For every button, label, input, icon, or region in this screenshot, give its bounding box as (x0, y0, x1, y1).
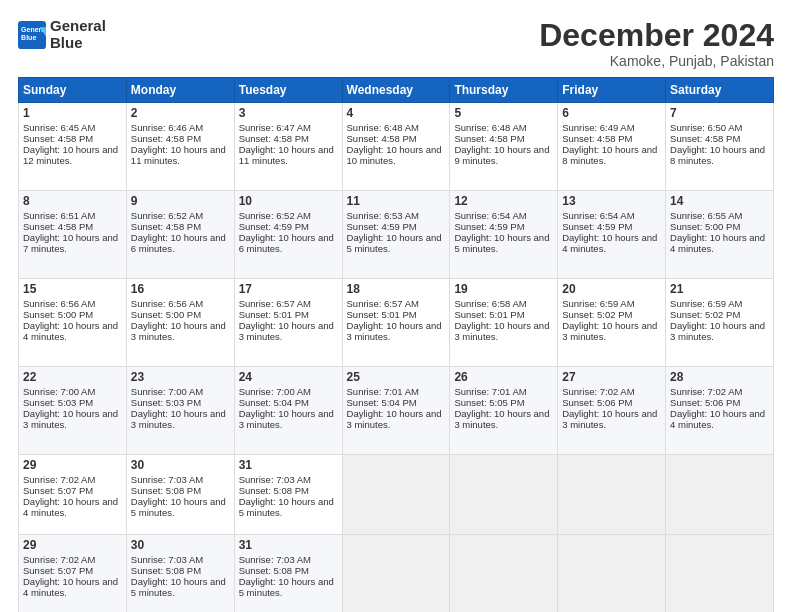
table-row: 12Sunrise: 6:54 AMSunset: 4:59 PMDayligh… (450, 191, 558, 279)
table-row: 21Sunrise: 6:59 AMSunset: 5:02 PMDayligh… (666, 279, 774, 367)
page: General Blue General Blue December 2024 … (0, 0, 792, 612)
calendar-row-4: 29Sunrise: 7:02 AMSunset: 5:07 PMDayligh… (19, 455, 774, 535)
table-row: 2Sunrise: 6:46 AMSunset: 4:58 PMDaylight… (126, 103, 234, 191)
table-row: 13Sunrise: 6:54 AMSunset: 4:59 PMDayligh… (558, 191, 666, 279)
calendar-row-2: 15Sunrise: 6:56 AMSunset: 5:00 PMDayligh… (19, 279, 774, 367)
table-row: 23Sunrise: 7:00 AMSunset: 5:03 PMDayligh… (126, 367, 234, 455)
table-row: 31Sunrise: 7:03 AMSunset: 5:08 PMDayligh… (234, 455, 342, 535)
table-row: 10Sunrise: 6:52 AMSunset: 4:59 PMDayligh… (234, 191, 342, 279)
calendar-row-1: 8Sunrise: 6:51 AMSunset: 4:58 PMDaylight… (19, 191, 774, 279)
table-row: 27Sunrise: 7:02 AMSunset: 5:06 PMDayligh… (558, 367, 666, 455)
table-row: 7Sunrise: 6:50 AMSunset: 4:58 PMDaylight… (666, 103, 774, 191)
table-row: 8Sunrise: 6:51 AMSunset: 4:58 PMDaylight… (19, 191, 127, 279)
header-sunday: Sunday (19, 78, 127, 103)
table-row: 9Sunrise: 6:52 AMSunset: 4:58 PMDaylight… (126, 191, 234, 279)
table-row (450, 455, 558, 535)
header-saturday: Saturday (666, 78, 774, 103)
month-title: December 2024 (539, 18, 774, 53)
table-row: 31Sunrise: 7:03 AMSunset: 5:08 PMDayligh… (234, 535, 342, 612)
header: General Blue General Blue December 2024 … (18, 18, 774, 69)
table-row: 14Sunrise: 6:55 AMSunset: 5:00 PMDayligh… (666, 191, 774, 279)
table-row (342, 455, 450, 535)
table-row: 25Sunrise: 7:01 AMSunset: 5:04 PMDayligh… (342, 367, 450, 455)
table-row: 3Sunrise: 6:47 AMSunset: 4:58 PMDaylight… (234, 103, 342, 191)
calendar-row-0: 1Sunrise: 6:45 AMSunset: 4:58 PMDaylight… (19, 103, 774, 191)
table-row: 22Sunrise: 7:00 AMSunset: 5:03 PMDayligh… (19, 367, 127, 455)
table-row (666, 455, 774, 535)
logo: General Blue General Blue (18, 18, 106, 51)
table-row: 11Sunrise: 6:53 AMSunset: 4:59 PMDayligh… (342, 191, 450, 279)
table-row: 30Sunrise: 7:03 AMSunset: 5:08 PMDayligh… (126, 535, 234, 612)
table-row: 20Sunrise: 6:59 AMSunset: 5:02 PMDayligh… (558, 279, 666, 367)
table-row: 6Sunrise: 6:49 AMSunset: 4:58 PMDaylight… (558, 103, 666, 191)
table-row (342, 535, 450, 612)
table-row (558, 455, 666, 535)
calendar-table: Sunday Monday Tuesday Wednesday Thursday… (18, 77, 774, 612)
logo-text: General Blue (50, 18, 106, 51)
table-row: 30Sunrise: 7:03 AMSunset: 5:08 PMDayligh… (126, 455, 234, 535)
table-row (558, 535, 666, 612)
logo-icon: General Blue (18, 21, 46, 49)
table-row: 29Sunrise: 7:02 AMSunset: 5:07 PMDayligh… (19, 455, 127, 535)
table-row: 17Sunrise: 6:57 AMSunset: 5:01 PMDayligh… (234, 279, 342, 367)
location-title: Kamoke, Punjab, Pakistan (539, 53, 774, 69)
header-tuesday: Tuesday (234, 78, 342, 103)
table-row: 5Sunrise: 6:48 AMSunset: 4:58 PMDaylight… (450, 103, 558, 191)
table-row: 18Sunrise: 6:57 AMSunset: 5:01 PMDayligh… (342, 279, 450, 367)
table-row: 4Sunrise: 6:48 AMSunset: 4:58 PMDaylight… (342, 103, 450, 191)
table-row: 26Sunrise: 7:01 AMSunset: 5:05 PMDayligh… (450, 367, 558, 455)
table-row: 19Sunrise: 6:58 AMSunset: 5:01 PMDayligh… (450, 279, 558, 367)
header-wednesday: Wednesday (342, 78, 450, 103)
svg-text:Blue: Blue (21, 34, 36, 41)
header-friday: Friday (558, 78, 666, 103)
title-block: December 2024 Kamoke, Punjab, Pakistan (539, 18, 774, 69)
table-row (666, 535, 774, 612)
header-thursday: Thursday (450, 78, 558, 103)
table-row: 28Sunrise: 7:02 AMSunset: 5:06 PMDayligh… (666, 367, 774, 455)
header-monday: Monday (126, 78, 234, 103)
table-row: 24Sunrise: 7:00 AMSunset: 5:04 PMDayligh… (234, 367, 342, 455)
table-row (450, 535, 558, 612)
table-row: 15Sunrise: 6:56 AMSunset: 5:00 PMDayligh… (19, 279, 127, 367)
table-row: 1Sunrise: 6:45 AMSunset: 4:58 PMDaylight… (19, 103, 127, 191)
calendar-row-3: 22Sunrise: 7:00 AMSunset: 5:03 PMDayligh… (19, 367, 774, 455)
calendar-header-row: Sunday Monday Tuesday Wednesday Thursday… (19, 78, 774, 103)
table-row: 29Sunrise: 7:02 AMSunset: 5:07 PMDayligh… (19, 535, 127, 612)
table-row: 16Sunrise: 6:56 AMSunset: 5:00 PMDayligh… (126, 279, 234, 367)
calendar-row-5: 29Sunrise: 7:02 AMSunset: 5:07 PMDayligh… (19, 535, 774, 612)
